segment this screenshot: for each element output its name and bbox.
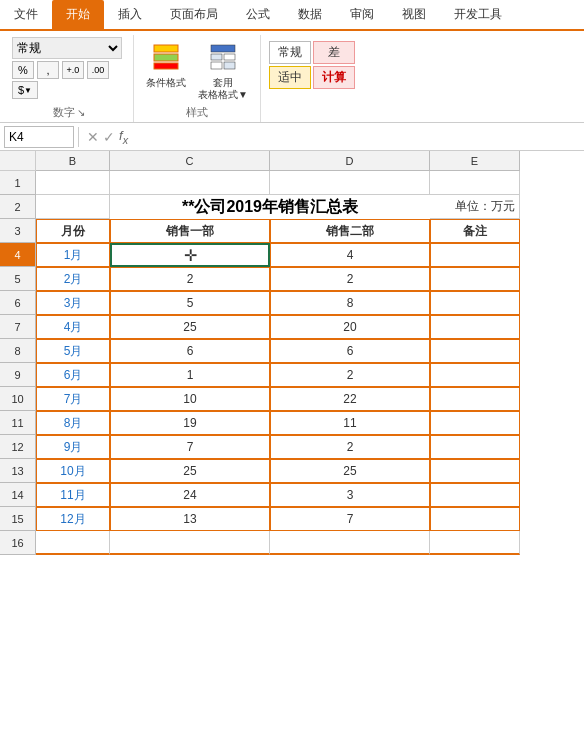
cell-d16[interactable] xyxy=(270,531,430,555)
cell-d12[interactable]: 2 xyxy=(270,435,430,459)
row-num-8[interactable]: 8 xyxy=(0,339,36,363)
cell-b8[interactable]: 5月 xyxy=(36,339,110,363)
accounting-btn[interactable]: $▼ xyxy=(12,81,38,99)
comma-btn[interactable]: , xyxy=(37,61,59,79)
cell-e4[interactable] xyxy=(430,243,520,267)
cell-b1[interactable] xyxy=(36,171,110,195)
insert-function-icon[interactable]: fx xyxy=(119,128,128,146)
cell-e3[interactable]: 备注 xyxy=(430,219,520,243)
formula-input[interactable] xyxy=(132,126,580,148)
cell-e9[interactable] xyxy=(430,363,520,387)
style-normal-btn[interactable]: 常规 xyxy=(269,41,311,64)
cell-e13[interactable] xyxy=(430,459,520,483)
cell-c13[interactable]: 25 xyxy=(110,459,270,483)
cell-c8[interactable]: 6 xyxy=(110,339,270,363)
cell-d6[interactable]: 8 xyxy=(270,291,430,315)
row-num-4[interactable]: 4 xyxy=(0,243,36,267)
cell-d13[interactable]: 25 xyxy=(270,459,430,483)
cell-c7[interactable]: 25 xyxy=(110,315,270,339)
percent-btn[interactable]: % xyxy=(12,61,34,79)
cell-b4[interactable]: 1月 xyxy=(36,243,110,267)
cell-c10[interactable]: 10 xyxy=(110,387,270,411)
cell-e8[interactable] xyxy=(430,339,520,363)
row-num-12[interactable]: 12 xyxy=(0,435,36,459)
cell-b3[interactable]: 月份 xyxy=(36,219,110,243)
cell-d9[interactable]: 2 xyxy=(270,363,430,387)
cell-b14[interactable]: 11月 xyxy=(36,483,110,507)
number-format-select[interactable]: 常规 xyxy=(12,37,122,59)
cell-b15[interactable]: 12月 xyxy=(36,507,110,531)
cell-c3[interactable]: 销售一部 xyxy=(110,219,270,243)
cell-c14[interactable]: 24 xyxy=(110,483,270,507)
tab-view[interactable]: 视图 xyxy=(388,0,440,29)
style-bad-btn[interactable]: 差 xyxy=(313,41,355,64)
row-num-10[interactable]: 10 xyxy=(0,387,36,411)
row-num-6[interactable]: 6 xyxy=(0,291,36,315)
cell-b16[interactable] xyxy=(36,531,110,555)
cell-e6[interactable] xyxy=(430,291,520,315)
cell-e2[interactable]: 单位：万元 xyxy=(430,195,520,219)
cell-b5[interactable]: 2月 xyxy=(36,267,110,291)
style-medium-btn[interactable]: 适中 xyxy=(269,66,311,89)
cell-c2[interactable] xyxy=(110,195,270,219)
tab-home[interactable]: 开始 xyxy=(52,0,104,29)
cell-b9[interactable]: 6月 xyxy=(36,363,110,387)
cell-d2[interactable] xyxy=(270,195,430,219)
cell-d5[interactable]: 2 xyxy=(270,267,430,291)
col-header-e[interactable]: E xyxy=(430,151,520,171)
cell-c11[interactable]: 19 xyxy=(110,411,270,435)
cell-b11[interactable]: 8月 xyxy=(36,411,110,435)
tab-developer[interactable]: 开发工具 xyxy=(440,0,516,29)
confirm-formula-icon[interactable]: ✓ xyxy=(103,129,115,145)
tab-formula[interactable]: 公式 xyxy=(232,0,284,29)
number-expand-icon[interactable]: ↘ xyxy=(77,107,85,118)
tab-data[interactable]: 数据 xyxy=(284,0,336,29)
cell-d3[interactable]: 销售二部 xyxy=(270,219,430,243)
cell-d14[interactable]: 3 xyxy=(270,483,430,507)
cell-e5[interactable] xyxy=(430,267,520,291)
cell-c5[interactable]: 2 xyxy=(110,267,270,291)
conditional-format-btn[interactable]: 条件格式 xyxy=(142,41,190,91)
row-num-13[interactable]: 13 xyxy=(0,459,36,483)
row-num-5[interactable]: 5 xyxy=(0,267,36,291)
cell-e11[interactable] xyxy=(430,411,520,435)
cell-d11[interactable]: 11 xyxy=(270,411,430,435)
row-num-3[interactable]: 3 xyxy=(0,219,36,243)
row-num-7[interactable]: 7 xyxy=(0,315,36,339)
cell-e7[interactable] xyxy=(430,315,520,339)
table-format-btn[interactable]: 套用表格格式▼ xyxy=(194,41,252,103)
row-num-15[interactable]: 15 xyxy=(0,507,36,531)
cell-d10[interactable]: 22 xyxy=(270,387,430,411)
cell-d4[interactable]: 4 xyxy=(270,243,430,267)
cell-b6[interactable]: 3月 xyxy=(36,291,110,315)
cell-c16[interactable] xyxy=(110,531,270,555)
cell-c4[interactable]: ✛ xyxy=(110,243,270,267)
tab-page-layout[interactable]: 页面布局 xyxy=(156,0,232,29)
cell-b7[interactable]: 4月 xyxy=(36,315,110,339)
col-header-b[interactable]: B xyxy=(36,151,110,171)
row-num-2[interactable]: 2 xyxy=(0,195,36,219)
cell-b10[interactable]: 7月 xyxy=(36,387,110,411)
row-num-16[interactable]: 16 xyxy=(0,531,36,555)
row-num-9[interactable]: 9 xyxy=(0,363,36,387)
row-num-14[interactable]: 14 xyxy=(0,483,36,507)
cell-e16[interactable] xyxy=(430,531,520,555)
cell-d15[interactable]: 7 xyxy=(270,507,430,531)
tab-file[interactable]: 文件 xyxy=(0,0,52,29)
cell-d8[interactable]: 6 xyxy=(270,339,430,363)
cell-e1[interactable] xyxy=(430,171,520,195)
cell-b12[interactable]: 9月 xyxy=(36,435,110,459)
tab-insert[interactable]: 插入 xyxy=(104,0,156,29)
cell-c1[interactable] xyxy=(110,171,270,195)
style-calc-btn[interactable]: 计算 xyxy=(313,66,355,89)
decrease-decimal-btn[interactable]: .00 xyxy=(87,61,109,79)
col-header-c[interactable]: C xyxy=(110,151,270,171)
cell-c6[interactable]: 5 xyxy=(110,291,270,315)
cancel-formula-icon[interactable]: ✕ xyxy=(87,129,99,145)
increase-decimal-btn[interactable]: +.0 xyxy=(62,61,84,79)
cell-e14[interactable] xyxy=(430,483,520,507)
cell-reference-input[interactable] xyxy=(4,126,74,148)
tab-review[interactable]: 审阅 xyxy=(336,0,388,29)
col-header-d[interactable]: D xyxy=(270,151,430,171)
cell-d7[interactable]: 20 xyxy=(270,315,430,339)
